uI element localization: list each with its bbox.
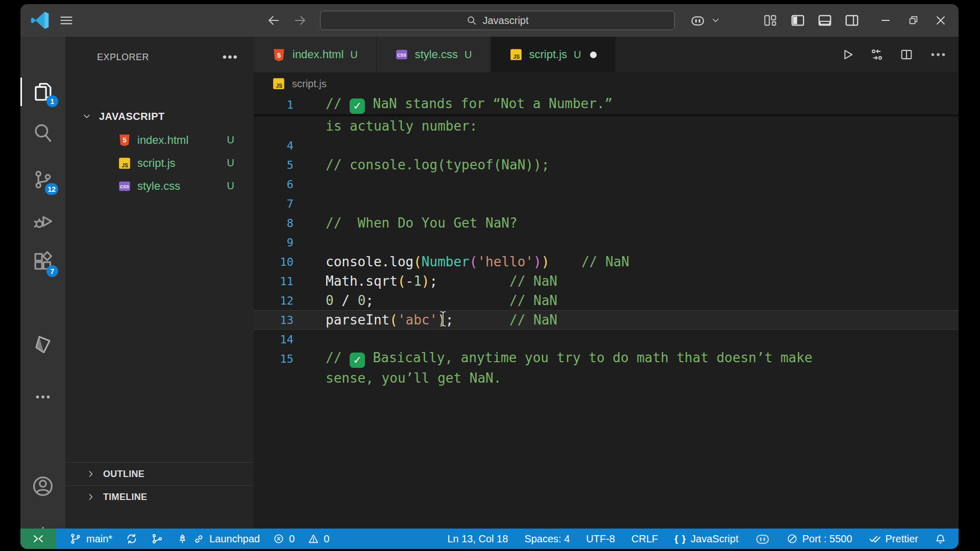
token: 0	[326, 293, 334, 308]
code-line[interactable]: 8// When Do You Get NaN?	[254, 213, 959, 233]
code-editor[interactable]: 1// ✓ NaN stands for “Not a Number.”is a…	[254, 94, 959, 529]
minimize-button[interactable]	[874, 4, 897, 37]
line-number: 10	[254, 256, 305, 268]
menu-icon[interactable]	[59, 4, 74, 37]
status-indentation[interactable]: Spaces: 4	[524, 529, 570, 549]
token: (	[389, 312, 398, 328]
explorer-more-actions-icon[interactable]: •••	[223, 47, 238, 67]
toggle-panel-icon[interactable]	[817, 4, 832, 37]
tab-style.css[interactable]: CSSstyle.cssU	[377, 37, 491, 72]
tab-label: script.js	[529, 48, 568, 61]
double-check-icon	[869, 533, 881, 545]
status-label: Launchpad	[209, 533, 260, 545]
split-editor-icon[interactable]	[899, 47, 914, 62]
folder-name: JAVASCRIPT	[99, 111, 165, 122]
tab-index.html[interactable]: 5index.htmlU	[254, 37, 377, 72]
file-item-script.js[interactable]: JSscript.jsU	[65, 152, 254, 174]
account-icon	[32, 475, 54, 497]
tab-label: index.html	[292, 48, 344, 61]
token: //	[326, 350, 350, 365]
tab-git-badge: U	[464, 49, 472, 61]
section-timeline[interactable]: TIMELINE	[65, 485, 254, 508]
svg-text:5: 5	[122, 136, 126, 144]
restore-button[interactable]	[901, 4, 925, 37]
activity-badge: 1	[46, 95, 58, 107]
code-line[interactable]: 10console.log(Number('hello')) // NaN	[254, 252, 959, 271]
code-line[interactable]: sense, you’ll get NaN.	[254, 368, 959, 388]
activity-item-extensions[interactable]: 7	[20, 242, 65, 281]
status-language[interactable]: { }JavaScript	[674, 529, 738, 549]
status-warnings[interactable]: 0	[308, 529, 329, 549]
token: (	[398, 273, 406, 289]
js-file-icon: JS	[118, 157, 131, 170]
activity-badge: 12	[45, 183, 58, 195]
section-label: TIMELINE	[103, 492, 147, 503]
code-line[interactable]: 11Math.sqrt(-1); // NaN	[254, 271, 959, 291]
activity-item-source-control[interactable]: 12	[20, 160, 65, 199]
activity-item-prism[interactable]	[20, 325, 65, 364]
folder-javascript[interactable]: JAVASCRIPT	[65, 106, 254, 127]
code-line[interactable]: 14	[254, 330, 959, 349]
close-button[interactable]	[929, 4, 952, 37]
token	[374, 293, 509, 308]
activity-item-run-debug[interactable]	[20, 202, 65, 240]
status-live-server-port[interactable]: Port : 5500	[787, 529, 852, 549]
status-encoding[interactable]: UTF-8	[586, 529, 615, 549]
status-eol[interactable]: CRLF	[631, 529, 658, 549]
status-notifications[interactable]	[935, 529, 946, 549]
ellipsis-icon	[34, 388, 52, 406]
activity-item-more[interactable]	[20, 378, 65, 416]
file-item-style.css[interactable]: CSSstyle.cssU	[65, 174, 254, 197]
code-line[interactable]: 5// console.log(typeof(NaN));	[254, 155, 959, 174]
code-line[interactable]: is actually number:	[254, 116, 959, 136]
activity-item-account[interactable]	[20, 467, 65, 506]
token: // NaN	[509, 273, 557, 289]
command-center-search[interactable]: Javascript	[320, 11, 675, 30]
compare-changes-icon[interactable]	[870, 47, 884, 62]
code-text: is actually number:	[326, 118, 477, 134]
run-icon[interactable]	[840, 47, 854, 62]
code-line[interactable]: 13parseInt('abc'); // NaN	[254, 310, 959, 330]
git-status-badge: U	[227, 157, 234, 169]
copilot-icon[interactable]	[690, 4, 705, 37]
tab-script.js[interactable]: JSscript.jsU	[491, 37, 616, 72]
history-back-icon[interactable]	[266, 4, 281, 37]
more-actions-icon[interactable]	[929, 45, 947, 64]
activity-badge: 7	[46, 265, 58, 277]
status-errors[interactable]: 0	[273, 529, 295, 549]
code-line[interactable]: 1// ✓ NaN stands for “Not a Number.”	[254, 95, 959, 114]
token: // When Do You Get NaN?	[326, 215, 518, 231]
code-line[interactable]: 15// ✓ Basically, anytime you try to do …	[254, 349, 959, 368]
customize-layout-icon[interactable]	[763, 4, 777, 37]
editor-tabs: 5index.htmlUCSSstyle.cssUJSscript.jsU	[254, 37, 959, 72]
breadcrumb[interactable]: JS script.js	[254, 72, 959, 95]
status-sync[interactable]	[126, 529, 138, 549]
toggle-secondary-sidebar-icon[interactable]	[844, 4, 860, 37]
line-number: 13	[254, 314, 305, 327]
status-copilot[interactable]	[755, 529, 770, 549]
token: )	[422, 273, 430, 289]
chevron-down-icon[interactable]	[710, 4, 721, 37]
code-line[interactable]: 120 / 0; // NaN	[254, 291, 959, 310]
status-branch[interactable]: main*	[69, 529, 112, 549]
token: // console.log(typeof(NaN));	[326, 157, 549, 172]
status-git-graph[interactable]	[151, 529, 163, 549]
activity-item-search[interactable]	[20, 113, 65, 152]
activity-item-explorer[interactable]: 1	[20, 72, 65, 111]
code-line[interactable]: 9	[254, 233, 959, 252]
toggle-sidebar-icon[interactable]	[790, 4, 805, 37]
svg-text:CSS: CSS	[397, 53, 406, 58]
file-item-index.html[interactable]: 5index.htmlU	[65, 129, 254, 152]
status-prettier[interactable]: Prettier	[869, 529, 918, 549]
token: // NaN	[509, 293, 557, 308]
remote-indicator[interactable]	[20, 529, 56, 549]
code-line[interactable]: 4	[254, 136, 959, 155]
status-launchpad[interactable]: Launchpad	[177, 529, 260, 549]
file-tree: 5index.htmlUJSscript.jsUCSSstyle.cssU	[65, 129, 254, 197]
code-line[interactable]: 6	[254, 174, 959, 194]
status-cursor-position[interactable]: Ln 13, Col 18	[447, 529, 508, 549]
code-line[interactable]: 7	[254, 194, 959, 213]
git-status-badge: U	[227, 180, 234, 192]
history-forward-icon[interactable]	[293, 4, 307, 37]
section-outline[interactable]: OUTLINE	[65, 462, 254, 485]
